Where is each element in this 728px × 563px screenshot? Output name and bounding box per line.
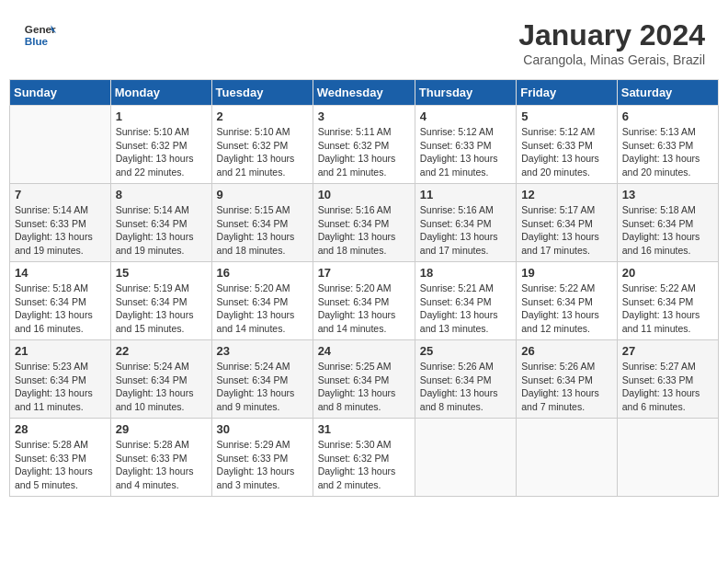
- title-section: January 2024 Carangola, Minas Gerais, Br…: [518, 18, 705, 67]
- calendar-week-row: 7Sunrise: 5:14 AMSunset: 6:33 PMDaylight…: [10, 184, 719, 262]
- calendar-day-cell: 25Sunrise: 5:26 AMSunset: 6:34 PMDayligh…: [415, 340, 516, 419]
- calendar-day-cell: [415, 419, 516, 497]
- calendar-week-row: 14Sunrise: 5:18 AMSunset: 6:34 PMDayligh…: [10, 262, 719, 340]
- weekday-header-tuesday: Tuesday: [211, 80, 313, 106]
- calendar-day-cell: 5Sunrise: 5:12 AMSunset: 6:33 PMDaylight…: [517, 106, 618, 184]
- day-info: Sunrise: 5:30 AMSunset: 6:32 PMDaylight:…: [318, 438, 410, 492]
- calendar-week-row: 21Sunrise: 5:23 AMSunset: 6:34 PMDayligh…: [10, 340, 719, 419]
- day-number: 3: [318, 109, 410, 123]
- day-info: Sunrise: 5:21 AMSunset: 6:34 PMDaylight:…: [420, 282, 511, 336]
- calendar-day-cell: 16Sunrise: 5:20 AMSunset: 6:34 PMDayligh…: [211, 262, 313, 340]
- day-info: Sunrise: 5:23 AMSunset: 6:34 PMDaylight:…: [15, 360, 106, 414]
- day-number: 18: [420, 266, 511, 280]
- location-subtitle: Carangola, Minas Gerais, Brazil: [518, 52, 705, 67]
- calendar-day-cell: 22Sunrise: 5:24 AMSunset: 6:34 PMDayligh…: [110, 340, 211, 419]
- calendar-day-cell: 27Sunrise: 5:27 AMSunset: 6:33 PMDayligh…: [617, 340, 718, 419]
- day-info: Sunrise: 5:28 AMSunset: 6:33 PMDaylight:…: [116, 438, 207, 492]
- calendar-day-cell: 11Sunrise: 5:16 AMSunset: 6:34 PMDayligh…: [415, 184, 516, 262]
- day-number: 2: [217, 109, 308, 123]
- weekday-header-monday: Monday: [110, 80, 211, 106]
- day-number: 8: [116, 188, 207, 201]
- day-info: Sunrise: 5:22 AMSunset: 6:34 PMDaylight:…: [622, 282, 713, 336]
- calendar-day-cell: [517, 419, 618, 497]
- day-number: 9: [217, 188, 308, 201]
- day-info: Sunrise: 5:13 AMSunset: 6:33 PMDaylight:…: [622, 125, 713, 179]
- weekday-header-thursday: Thursday: [415, 80, 516, 106]
- calendar-day-cell: 28Sunrise: 5:28 AMSunset: 6:33 PMDayligh…: [10, 419, 111, 497]
- day-number: 30: [217, 422, 308, 436]
- calendar-day-cell: 4Sunrise: 5:12 AMSunset: 6:33 PMDaylight…: [415, 106, 516, 184]
- day-number: 16: [217, 266, 308, 280]
- calendar-day-cell: 1Sunrise: 5:10 AMSunset: 6:32 PMDaylight…: [110, 106, 211, 184]
- day-number: 17: [318, 266, 410, 280]
- day-info: Sunrise: 5:10 AMSunset: 6:32 PMDaylight:…: [116, 125, 207, 179]
- calendar-day-cell: 18Sunrise: 5:21 AMSunset: 6:34 PMDayligh…: [415, 262, 516, 340]
- day-number: 4: [420, 109, 511, 123]
- calendar-day-cell: 9Sunrise: 5:15 AMSunset: 6:34 PMDaylight…: [211, 184, 313, 262]
- day-number: 22: [116, 344, 207, 358]
- day-info: Sunrise: 5:20 AMSunset: 6:34 PMDaylight:…: [318, 282, 410, 336]
- day-number: 19: [521, 266, 612, 280]
- calendar-day-cell: 31Sunrise: 5:30 AMSunset: 6:32 PMDayligh…: [313, 419, 415, 497]
- day-info: Sunrise: 5:28 AMSunset: 6:33 PMDaylight:…: [15, 438, 106, 492]
- calendar-day-cell: 8Sunrise: 5:14 AMSunset: 6:34 PMDaylight…: [110, 184, 211, 262]
- day-info: Sunrise: 5:22 AMSunset: 6:34 PMDaylight:…: [521, 282, 612, 336]
- svg-text:Blue: Blue: [25, 35, 49, 47]
- day-number: 1: [116, 109, 207, 123]
- day-number: 5: [521, 109, 612, 123]
- day-number: 11: [420, 188, 511, 201]
- day-info: Sunrise: 5:29 AMSunset: 6:33 PMDaylight:…: [217, 438, 308, 492]
- day-info: Sunrise: 5:12 AMSunset: 6:33 PMDaylight:…: [420, 125, 511, 179]
- calendar-day-cell: 21Sunrise: 5:23 AMSunset: 6:34 PMDayligh…: [10, 340, 111, 419]
- calendar-day-cell: 20Sunrise: 5:22 AMSunset: 6:34 PMDayligh…: [617, 262, 718, 340]
- calendar-day-cell: 6Sunrise: 5:13 AMSunset: 6:33 PMDaylight…: [617, 106, 718, 184]
- calendar-day-cell: 19Sunrise: 5:22 AMSunset: 6:34 PMDayligh…: [517, 262, 618, 340]
- calendar-day-cell: 7Sunrise: 5:14 AMSunset: 6:33 PMDaylight…: [10, 184, 111, 262]
- calendar-day-cell: 3Sunrise: 5:11 AMSunset: 6:32 PMDaylight…: [313, 106, 415, 184]
- day-number: 31: [318, 422, 410, 436]
- day-info: Sunrise: 5:15 AMSunset: 6:34 PMDaylight:…: [217, 203, 308, 258]
- day-info: Sunrise: 5:12 AMSunset: 6:33 PMDaylight:…: [521, 125, 612, 179]
- calendar-day-cell: [10, 106, 111, 184]
- logo: General Blue: [23, 18, 56, 52]
- calendar-week-row: 28Sunrise: 5:28 AMSunset: 6:33 PMDayligh…: [10, 419, 719, 497]
- page-header: General Blue January 2024 Carangola, Min…: [9, 9, 719, 72]
- day-number: 26: [521, 344, 612, 358]
- calendar-day-cell: 13Sunrise: 5:18 AMSunset: 6:34 PMDayligh…: [617, 184, 718, 262]
- day-info: Sunrise: 5:18 AMSunset: 6:34 PMDaylight:…: [622, 203, 713, 258]
- day-info: Sunrise: 5:16 AMSunset: 6:34 PMDaylight:…: [420, 203, 511, 258]
- logo-icon: General Blue: [23, 18, 56, 52]
- day-number: 7: [15, 188, 106, 201]
- day-info: Sunrise: 5:25 AMSunset: 6:34 PMDaylight:…: [318, 360, 410, 414]
- day-info: Sunrise: 5:18 AMSunset: 6:34 PMDaylight:…: [15, 282, 106, 336]
- day-info: Sunrise: 5:24 AMSunset: 6:34 PMDaylight:…: [116, 360, 207, 414]
- calendar-day-cell: 2Sunrise: 5:10 AMSunset: 6:32 PMDaylight…: [211, 106, 313, 184]
- day-number: 23: [217, 344, 308, 358]
- day-number: 21: [15, 344, 106, 358]
- day-info: Sunrise: 5:26 AMSunset: 6:34 PMDaylight:…: [420, 360, 511, 414]
- calendar-day-cell: 26Sunrise: 5:26 AMSunset: 6:34 PMDayligh…: [517, 340, 618, 419]
- calendar-day-cell: 15Sunrise: 5:19 AMSunset: 6:34 PMDayligh…: [110, 262, 211, 340]
- day-number: 25: [420, 344, 511, 358]
- day-info: Sunrise: 5:27 AMSunset: 6:33 PMDaylight:…: [622, 360, 713, 414]
- day-info: Sunrise: 5:14 AMSunset: 6:33 PMDaylight:…: [15, 203, 106, 258]
- day-info: Sunrise: 5:24 AMSunset: 6:34 PMDaylight:…: [217, 360, 308, 414]
- calendar-day-cell: 10Sunrise: 5:16 AMSunset: 6:34 PMDayligh…: [313, 184, 415, 262]
- day-number: 29: [116, 422, 207, 436]
- calendar-table: SundayMondayTuesdayWednesdayThursdayFrid…: [9, 79, 719, 497]
- day-number: 10: [318, 188, 410, 201]
- day-number: 14: [15, 266, 106, 280]
- day-info: Sunrise: 5:14 AMSunset: 6:34 PMDaylight:…: [116, 203, 207, 258]
- weekday-header-friday: Friday: [517, 80, 618, 106]
- calendar-day-cell: [617, 419, 718, 497]
- day-number: 12: [521, 188, 612, 201]
- day-number: 20: [622, 266, 713, 280]
- weekday-header-wednesday: Wednesday: [313, 80, 415, 106]
- day-number: 13: [622, 188, 713, 201]
- day-number: 28: [15, 422, 106, 436]
- calendar-day-cell: 29Sunrise: 5:28 AMSunset: 6:33 PMDayligh…: [110, 419, 211, 497]
- day-info: Sunrise: 5:19 AMSunset: 6:34 PMDaylight:…: [116, 282, 207, 336]
- day-info: Sunrise: 5:10 AMSunset: 6:32 PMDaylight:…: [217, 125, 308, 179]
- calendar-day-cell: 23Sunrise: 5:24 AMSunset: 6:34 PMDayligh…: [211, 340, 313, 419]
- month-title: January 2024: [518, 18, 705, 52]
